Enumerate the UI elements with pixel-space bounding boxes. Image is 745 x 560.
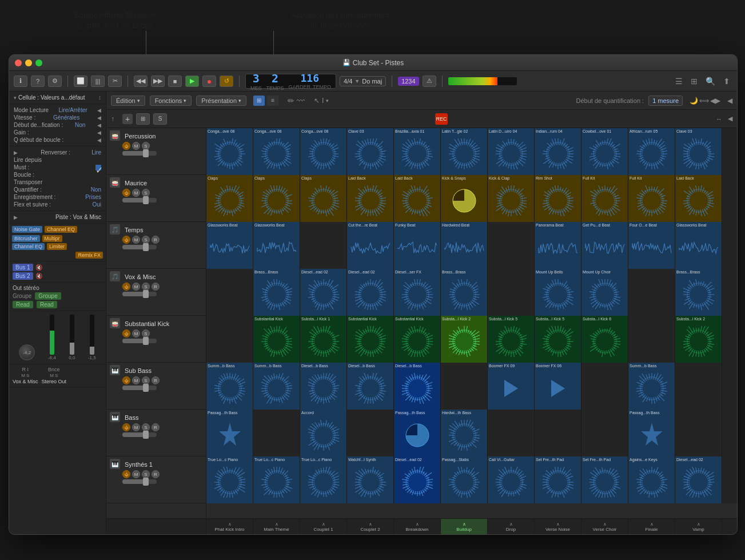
- scene-cell-6[interactable]: ∧ Drop: [488, 519, 535, 534]
- copy-button[interactable]: ⊞: [136, 113, 150, 125]
- grid-cell-0-5[interactable]: Latin T...gle 02: [441, 128, 488, 175]
- track-mute-5[interactable]: M: [132, 376, 140, 384]
- grid-cell-6-6[interactable]: [488, 410, 535, 456]
- grid-cell-2-0[interactable]: Glassworks Beat: [206, 222, 253, 269]
- toolbar-icon2[interactable]: |||: [91, 76, 105, 87]
- grid-cell-7-3[interactable]: Watchf...l Synth: [347, 456, 394, 503]
- grid-cell-3-1[interactable]: Brass...Brass: [253, 269, 300, 316]
- grid-cell-7-5[interactable]: Passag...Stabs: [441, 456, 488, 503]
- grid-cell-6-8[interactable]: [581, 410, 628, 456]
- fonctions-menu[interactable]: Fonctions ▾: [150, 96, 192, 106]
- grid-cell-6-3[interactable]: [347, 410, 394, 456]
- track-mute-0[interactable]: M: [132, 142, 140, 150]
- grid-cell-0-9[interactable]: African...rum 05: [628, 128, 675, 175]
- I-beam-icon[interactable]: I: [322, 97, 324, 105]
- grid-cell-7-2[interactable]: True Lo...c Piano: [300, 456, 347, 503]
- side-expand-icon[interactable]: ◀: [727, 97, 732, 105]
- grid-cell-5-3[interactable]: Diesel...b Bass: [347, 363, 394, 410]
- track-record-5[interactable]: R: [152, 376, 160, 384]
- track-mute-1[interactable]: M: [132, 189, 140, 197]
- grid-cell-3-8[interactable]: Mount Up Choir: [581, 269, 628, 316]
- grid-cell-4-5[interactable]: Substa...l Kick 2: [441, 316, 488, 363]
- grid-cell-7-7[interactable]: Set Fre...th Pad: [535, 456, 581, 503]
- plugin-limiter[interactable]: Limiter: [47, 243, 67, 250]
- grid-cell-4-3[interactable]: Substantial Kick: [347, 316, 394, 363]
- grid-cell-4-11[interactable]: [722, 316, 737, 363]
- scene-cell-5[interactable]: ∧ Buildup: [441, 519, 488, 534]
- grid-cell-2-1[interactable]: Glassworks Beat: [253, 222, 300, 269]
- grid-cell-5-10[interactable]: [675, 363, 722, 410]
- grid-cell-5-7[interactable]: Boomer FX 06: [535, 363, 581, 410]
- quant-value[interactable]: 1 mesure: [648, 96, 683, 106]
- grid-cell-2-10[interactable]: Glassworks Beat: [675, 222, 722, 269]
- grid-cell-1-5[interactable]: Kick & Snaps: [441, 175, 488, 222]
- grid-cell-2-7[interactable]: Panorama Beat: [535, 222, 581, 269]
- scene-cell-7[interactable]: ∧ Verse Noise: [535, 519, 581, 534]
- grid-cell-2-2[interactable]: [300, 222, 347, 269]
- grid-cell-6-1[interactable]: [253, 410, 300, 456]
- grid-cell-7-9[interactable]: Agains...e Keys: [628, 456, 675, 503]
- grid-cell-1-6[interactable]: Kick & Clap: [488, 175, 535, 222]
- track-solo-1[interactable]: S: [142, 189, 150, 197]
- track-power-2[interactable]: ⏻: [122, 236, 130, 244]
- info-button[interactable]: ℹ: [14, 76, 27, 87]
- list-view-btn[interactable]: ≡: [267, 96, 278, 106]
- grid-cell-5-1[interactable]: Summ...b Bass: [253, 363, 300, 410]
- resize-icon[interactable]: ↔: [716, 116, 722, 122]
- pencil-icon[interactable]: ✏: [288, 96, 294, 105]
- grid-cell-3-2[interactable]: Diesel...ead 02: [300, 269, 347, 316]
- must-checkbox[interactable]: ✓: [95, 165, 101, 170]
- track-fader-3[interactable]: [122, 292, 157, 296]
- track-fader-0[interactable]: [122, 151, 157, 156]
- minimize-button[interactable]: [25, 59, 32, 66]
- grid-cell-5-2[interactable]: Diesel...b Bass: [300, 363, 347, 410]
- record-button[interactable]: ●: [202, 76, 216, 87]
- grid-cell-1-8[interactable]: Full Kit: [581, 175, 628, 222]
- track-fader-7[interactable]: [122, 479, 157, 484]
- grid-cell-6-10[interactable]: [675, 410, 722, 456]
- track-solo-7[interactable]: S: [142, 470, 150, 478]
- scene-cell-3[interactable]: ∧ Couplet 2: [347, 519, 394, 534]
- grid-cell-7-11[interactable]: [722, 456, 737, 503]
- grid-cell-3-3[interactable]: Diesel...ead 02: [347, 269, 394, 316]
- grid-cell-1-9[interactable]: Full Kit: [628, 175, 675, 222]
- wave-icon[interactable]: 〰: [297, 96, 305, 105]
- grid-cell-3-5[interactable]: Brass...Brass: [441, 269, 488, 316]
- scene-cell-11[interactable]: ∧: [722, 519, 737, 534]
- grid-cell-6-5[interactable]: Hardwi...th Bass: [441, 410, 488, 456]
- search-icon[interactable]: 🔍: [703, 76, 718, 87]
- track-power-3[interactable]: ⏻: [122, 283, 130, 291]
- stop-button[interactable]: ■: [168, 76, 182, 87]
- rec-box[interactable]: REC: [435, 113, 448, 125]
- s-button[interactable]: S: [153, 113, 167, 125]
- grid-cell-6-0[interactable]: Passag...th Bass: [206, 410, 253, 456]
- help-button[interactable]: ?: [31, 76, 45, 87]
- track-fader-6[interactable]: [122, 432, 157, 437]
- plugin-multipr[interactable]: Multipr: [42, 235, 62, 242]
- track-solo-6[interactable]: S: [142, 423, 150, 431]
- track-power-4[interactable]: ⏻: [122, 329, 130, 337]
- groupe-badge[interactable]: Groupe: [35, 292, 61, 300]
- grid-cell-4-8[interactable]: Substa...l Kick 6: [581, 316, 628, 363]
- grid-cell-7-1[interactable]: True Lo...c Piano: [253, 456, 300, 503]
- grid-cell-1-3[interactable]: Laid Back: [347, 175, 394, 222]
- plugin-noise-gate[interactable]: Noise Gate: [12, 226, 42, 233]
- track-solo-3[interactable]: S: [142, 283, 150, 291]
- grid-cell-4-9[interactable]: [628, 316, 675, 363]
- grid-cell-7-6[interactable]: Cali Vi...Guitar: [488, 456, 535, 503]
- scene-cell-8[interactable]: ∧ Verse Choir: [581, 519, 628, 534]
- bus1-badge[interactable]: Bus 1: [13, 264, 33, 271]
- grid-cell-1-1[interactable]: Claps: [253, 175, 300, 222]
- track-fader-5[interactable]: [122, 386, 157, 390]
- up-arrow-icon[interactable]: ↑: [111, 115, 114, 123]
- scene-cell-1[interactable]: ∧ Main Theme: [253, 519, 300, 534]
- cursor-icon[interactable]: ↖: [314, 97, 320, 105]
- rewind-button[interactable]: ◀◀: [134, 76, 148, 87]
- grid-cell-4-0[interactable]: [206, 316, 253, 363]
- grid-cell-0-0[interactable]: Conga...ove 08: [206, 128, 253, 175]
- play-button[interactable]: ▶: [185, 76, 199, 87]
- bus2-badge[interactable]: Bus 2: [13, 272, 33, 280]
- share-icon[interactable]: ⬆: [721, 76, 732, 87]
- grid-cell-0-4[interactable]: Brazilia...axia 01: [394, 128, 441, 175]
- grid-cell-6-7[interactable]: [535, 410, 581, 456]
